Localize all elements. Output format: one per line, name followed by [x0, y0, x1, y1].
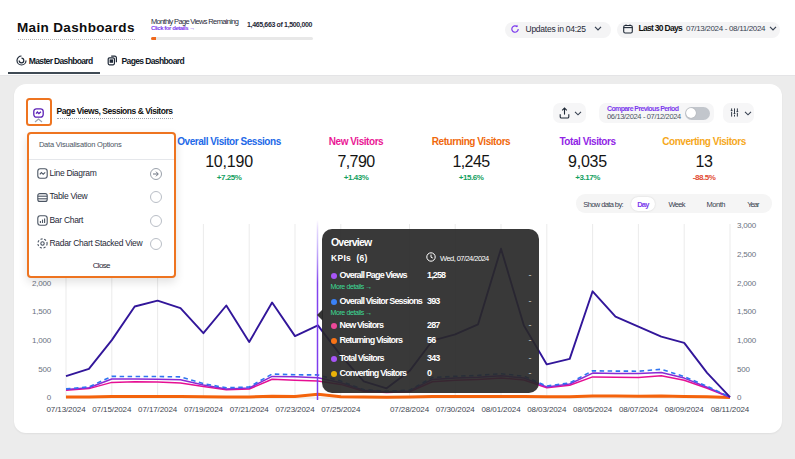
svg-text:08/01/2024: 08/01/2024 [481, 405, 521, 414]
svg-text:07/13/2024: 07/13/2024 [46, 405, 86, 414]
svg-text:07/28/2024: 07/28/2024 [390, 405, 430, 414]
svg-text:07/15/2024: 07/15/2024 [92, 405, 132, 414]
svg-text:3,000: 3,000 [737, 221, 757, 230]
svg-text:2,000: 2,000 [32, 279, 52, 288]
svg-text:07/17/2024: 07/17/2024 [138, 405, 178, 414]
svg-text:07/23/2024: 07/23/2024 [275, 405, 315, 414]
svg-text:500: 500 [737, 365, 750, 374]
svg-text:08/03/2024: 08/03/2024 [527, 405, 567, 414]
svg-text:500: 500 [38, 365, 51, 374]
svg-text:1,500: 1,500 [32, 307, 52, 316]
svg-text:2,000: 2,000 [737, 279, 757, 288]
svg-text:07/21/2024: 07/21/2024 [230, 405, 270, 414]
svg-text:08/07/2024: 08/07/2024 [619, 405, 659, 414]
svg-text:0: 0 [737, 393, 742, 402]
svg-text:1,500: 1,500 [737, 307, 757, 316]
svg-text:07/25/2024: 07/25/2024 [321, 405, 361, 414]
svg-text:1,000: 1,000 [32, 336, 52, 345]
svg-text:0: 0 [47, 393, 52, 402]
svg-text:07/19/2024: 07/19/2024 [184, 405, 224, 414]
svg-text:07/30/2024: 07/30/2024 [436, 405, 476, 414]
svg-text:08/09/2024: 08/09/2024 [665, 405, 705, 414]
svg-text:08/05/2024: 08/05/2024 [573, 405, 613, 414]
svg-text:1,000: 1,000 [737, 336, 757, 345]
svg-text:2,500: 2,500 [737, 250, 757, 259]
svg-text:08/11/2024: 08/11/2024 [711, 405, 750, 414]
